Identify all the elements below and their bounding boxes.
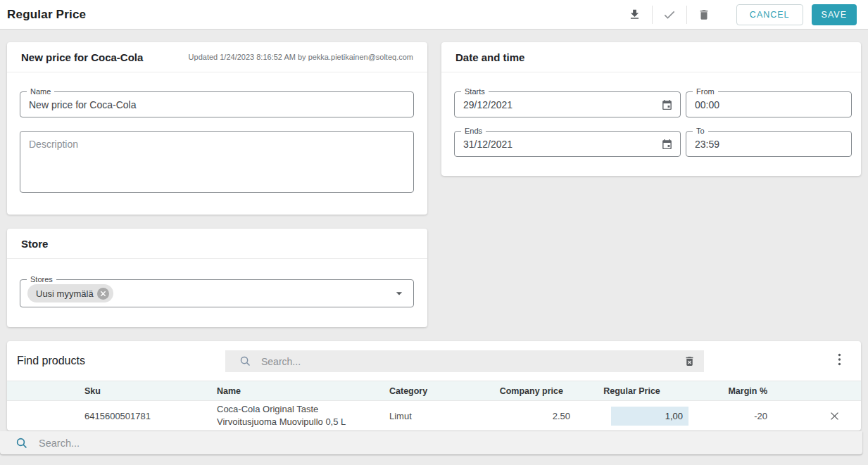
store-card-title: Store — [21, 238, 48, 250]
global-search-input[interactable] — [39, 438, 862, 449]
to-field-label: To — [693, 127, 708, 136]
check-icon — [662, 8, 677, 22]
search-icon — [239, 355, 251, 367]
calendar-icon[interactable] — [661, 138, 673, 150]
product-regular-price-cell — [570, 407, 693, 426]
ends-date-input[interactable] — [455, 132, 680, 156]
to-time-input[interactable] — [686, 132, 851, 156]
name-field-label: Name — [27, 87, 54, 96]
topbar-actions: CANCEL SAVE — [618, 4, 868, 26]
store-chip: Uusi myymälä — [27, 284, 113, 302]
product-row-actions — [774, 410, 861, 422]
delete-button[interactable] — [687, 4, 721, 26]
col-margin: Margin % — [693, 386, 774, 396]
close-icon — [829, 410, 841, 422]
stores-select[interactable]: Stores Uusi myymälä — [20, 279, 414, 307]
store-card-header: Store — [7, 229, 427, 259]
find-products-title: Find products — [17, 355, 85, 367]
price-card-title: New price for Coca-Cola — [21, 51, 143, 63]
starts-date-input[interactable] — [455, 92, 680, 117]
trash-icon — [698, 8, 710, 21]
ends-field-label: Ends — [461, 127, 486, 136]
name-input[interactable] — [20, 92, 413, 117]
starts-field: Starts — [454, 91, 681, 117]
remove-product-button[interactable] — [829, 410, 841, 422]
regular-price-input[interactable] — [611, 407, 688, 426]
download-button[interactable] — [618, 4, 652, 26]
cancel-button[interactable]: CANCEL — [736, 4, 803, 25]
store-card: Store Stores Uusi myymälä — [7, 229, 427, 327]
description-input[interactable] — [20, 131, 414, 193]
product-company-price: 2.50 — [493, 411, 570, 421]
product-sku: 6415600501781 — [84, 411, 211, 421]
find-products-card: Find products Sku Name Category Company … — [7, 341, 861, 431]
to-field: To — [686, 131, 852, 157]
store-chip-label: Uusi myymälä — [36, 288, 94, 299]
product-search-bar — [225, 350, 704, 372]
kebab-icon — [838, 353, 841, 366]
calendar-icon[interactable] — [661, 98, 673, 110]
chevron-down-icon[interactable] — [392, 286, 406, 300]
col-sku: Sku — [84, 386, 211, 396]
find-products-header: Find products — [7, 341, 861, 381]
from-field: From — [686, 91, 852, 117]
col-name: Name — [211, 386, 384, 396]
price-card-header: New price for Coca-Cola Updated 1/24/202… — [7, 42, 427, 72]
ends-field: Ends — [454, 131, 681, 157]
product-name-line1: Coca-Cola Original Taste — [217, 403, 384, 416]
chip-remove-icon[interactable] — [97, 288, 109, 300]
col-company-price: Company price — [493, 386, 570, 396]
updated-info: Updated 1/24/2023 8:16:52 AM by pekka.pi… — [189, 53, 413, 61]
clear-search-button[interactable] — [682, 354, 697, 369]
global-search-bar — [0, 431, 862, 454]
datetime-card-title: Date and time — [455, 51, 524, 63]
products-table-header: Sku Name Category Company price Regular … — [7, 381, 861, 400]
search-icon — [15, 437, 28, 450]
topbar: Regular Price CANCEL SAVE — [0, 0, 868, 30]
datetime-card: Date and time Starts From Ends To — [441, 42, 861, 176]
datetime-card-header: Date and time — [441, 42, 861, 72]
product-name-line2: Virvoitusjuoma Muovipullo 0,5 L — [217, 416, 384, 428]
col-category: Category — [384, 386, 493, 396]
from-field-label: From — [693, 87, 718, 96]
product-margin: -20 — [693, 411, 774, 421]
download-icon — [628, 8, 641, 21]
starts-field-label: Starts — [461, 87, 489, 96]
col-regular-price: Regular Price — [570, 386, 693, 396]
product-category: Limut — [384, 411, 493, 421]
product-row: 6415600501781 Coca-Cola Original Taste V… — [7, 400, 861, 431]
name-field: Name — [20, 91, 414, 117]
product-search-input[interactable] — [261, 356, 682, 367]
save-button[interactable]: SAVE — [812, 4, 857, 25]
product-name: Coca-Cola Original Taste Virvoitusjuoma … — [211, 403, 384, 428]
price-card: New price for Coca-Cola Updated 1/24/202… — [7, 42, 427, 215]
more-options-button[interactable] — [838, 353, 841, 366]
stores-field-label: Stores — [27, 275, 56, 284]
page-title: Regular Price — [7, 8, 86, 22]
approve-button[interactable] — [653, 4, 686, 26]
trash-clear-icon — [684, 355, 696, 367]
